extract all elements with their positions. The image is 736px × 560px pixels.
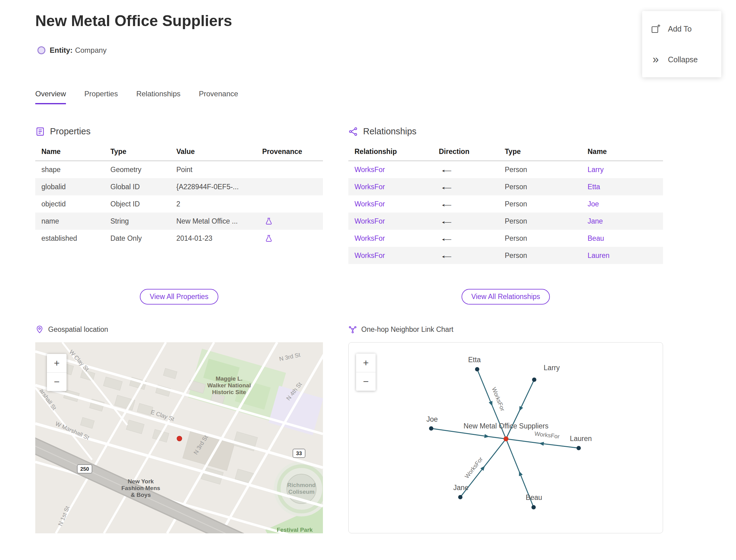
geospatial-section: Geospatial location	[35, 325, 323, 533]
relationship-link[interactable]: WorksFor	[355, 166, 385, 174]
page-title: New Metal Office Suppliers	[35, 12, 232, 30]
zoom-out-button[interactable]: −	[47, 372, 67, 391]
edge-label: WorksFor	[534, 430, 560, 440]
property-provenance	[256, 230, 323, 247]
property-row: objectid Object ID 2	[35, 195, 323, 213]
svg-text:Coliseum: Coliseum	[288, 489, 315, 495]
svg-text:33: 33	[296, 451, 302, 456]
graph-node-jane[interactable]	[458, 495, 462, 499]
graph-node-label: Larry	[544, 364, 560, 372]
tab-relationships[interactable]: Relationships	[136, 90, 180, 104]
property-row: established Date Only 2014-01-23	[35, 230, 323, 247]
property-provenance	[256, 213, 323, 230]
map-pin-icon	[35, 325, 44, 334]
relationship-type: Person	[499, 161, 581, 178]
property-type: Global ID	[104, 178, 170, 195]
collapse-button[interactable]: » Collapse	[642, 44, 721, 75]
zoom-in-button[interactable]: +	[47, 354, 67, 372]
entity-name-link[interactable]: Etta	[588, 183, 600, 191]
property-type: String	[104, 213, 170, 230]
route-shield-33: 33	[293, 449, 305, 458]
map-image: 33 250 N 3rd St N 4th St N 3rd St N 1st …	[35, 342, 323, 533]
poi-label-festival-park: Festival Park	[277, 527, 313, 533]
property-row: shape Geometry Point	[35, 161, 323, 178]
relationships-icon	[348, 127, 358, 136]
relationship-row: WorksFor ← Person Joe	[348, 195, 663, 213]
poi-label-coliseum: Richmond Coliseum	[287, 482, 316, 495]
col-name: Name	[581, 144, 663, 161]
property-row: name String New Metal Office ...	[35, 213, 323, 230]
graph-center-label: New Metal Office Suppliers	[464, 422, 549, 430]
relationship-row: WorksFor ← Person Lauren	[348, 247, 663, 264]
col-value: Value	[170, 144, 256, 161]
relationship-link[interactable]: WorksFor	[355, 183, 385, 191]
property-value: 2014-01-23	[170, 230, 256, 247]
graph-node-lauren[interactable]	[577, 446, 581, 450]
relationship-row: WorksFor ← Person Jane	[348, 213, 663, 230]
zoom-in-button[interactable]: +	[356, 354, 376, 372]
link-chart-canvas[interactable]: WorksFor WorksFor WorksFor Etta Larry J	[348, 342, 663, 533]
view-all-properties-button[interactable]: View All Properties	[140, 289, 218, 305]
property-name: name	[35, 213, 104, 230]
geospatial-title: Geospatial location	[48, 325, 108, 334]
map-zoom-control: + −	[47, 354, 67, 391]
tab-overview[interactable]: Overview	[35, 90, 66, 104]
relationship-row: WorksFor ← Person Beau	[348, 230, 663, 247]
graph-node-joe[interactable]	[429, 426, 433, 431]
entity-type-value: Company	[75, 46, 107, 55]
direction-arrow-icon: ←	[439, 251, 454, 260]
map-canvas[interactable]: 33 250 N 3rd St N 4th St N 3rd St N 1st …	[35, 342, 323, 533]
svg-text:Fashion Mens: Fashion Mens	[121, 485, 160, 491]
tab-bar: Overview Properties Relationships Proven…	[35, 90, 238, 104]
direction-arrow-icon: ←	[439, 182, 454, 192]
graph-node-label: Joe	[426, 415, 438, 423]
view-all-relationships-button[interactable]: View All Relationships	[462, 289, 550, 305]
entity-name-link[interactable]: Beau	[588, 234, 604, 242]
graph-zoom-control: + −	[356, 354, 376, 391]
link-chart-graph: WorksFor WorksFor WorksFor Etta Larry J	[349, 343, 663, 533]
provenance-filter-icon[interactable]	[265, 234, 273, 243]
graph-node-center[interactable]	[504, 436, 508, 441]
svg-text:Richmond: Richmond	[287, 482, 316, 488]
relationship-type: Person	[499, 195, 581, 213]
relationship-link[interactable]: WorksFor	[355, 251, 385, 259]
entity-name-link[interactable]: Jane	[588, 217, 603, 225]
graph-node-etta[interactable]	[475, 367, 479, 371]
graph-node-larry[interactable]	[532, 378, 536, 382]
provenance-filter-icon[interactable]	[265, 217, 273, 225]
svg-text:New York: New York	[128, 478, 154, 485]
entity-name-link[interactable]: Joe	[588, 200, 599, 208]
col-name: Name	[35, 144, 104, 161]
col-type: Type	[499, 144, 581, 161]
geospatial-heading: Geospatial location	[35, 325, 323, 334]
property-value: New Metal Office ...	[170, 213, 256, 230]
entity-name-link[interactable]: Lauren	[588, 251, 610, 259]
tab-provenance[interactable]: Provenance	[199, 90, 238, 104]
add-to-button[interactable]: Add To	[642, 13, 721, 44]
map-marker[interactable]	[177, 436, 182, 441]
relationship-link[interactable]: WorksFor	[355, 200, 385, 208]
svg-text:Maggie L.: Maggie L.	[216, 375, 243, 382]
direction-arrow-icon: ←	[439, 199, 454, 209]
route-shield-250: 250	[77, 465, 92, 473]
graph-node-label: Jane	[453, 484, 469, 492]
property-value: {A228944F-0EF5-...	[170, 178, 256, 195]
entity-label: Entity:	[50, 46, 73, 55]
zoom-out-button[interactable]: −	[356, 372, 376, 391]
entity-name-link[interactable]: Larry	[588, 166, 604, 174]
properties-section-heading: Properties	[35, 126, 323, 136]
link-chart-section: One-hop Neighbor Link Chart	[348, 325, 663, 533]
property-value: 2	[170, 195, 256, 213]
graph-node-beau[interactable]	[531, 505, 536, 509]
properties-title: Properties	[50, 126, 90, 136]
entity-type-icon	[37, 46, 45, 54]
tab-properties[interactable]: Properties	[84, 90, 118, 104]
relationship-type: Person	[499, 178, 581, 195]
relationship-row: WorksFor ← Person Etta	[348, 178, 663, 195]
direction-arrow-icon: ←	[439, 233, 454, 243]
property-name: shape	[35, 161, 104, 178]
svg-text:Walker National: Walker National	[207, 382, 251, 389]
relationship-link[interactable]: WorksFor	[355, 217, 385, 225]
relationship-link[interactable]: WorksFor	[355, 234, 385, 242]
graph-node-label: Lauren	[570, 435, 592, 443]
